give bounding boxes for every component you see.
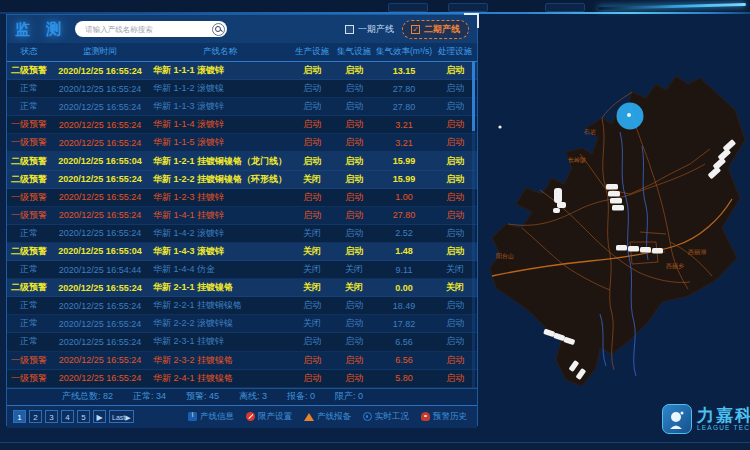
cell-efficiency: 27.80	[375, 210, 433, 220]
restrict-circle-icon	[246, 412, 255, 421]
map-place-label: 阳台山	[496, 253, 514, 260]
table-row[interactable]: 正常 2020/12/25 16:54:44 华新 1-4-4 仿金 关闭 关闭…	[7, 261, 477, 279]
cell-line-name: 华新 2-3-2 挂镀镍铬	[149, 354, 291, 367]
district-map[interactable]: 石岩 长岭陂 阳台山 西丽湖 西丽乡	[480, 14, 750, 426]
page-next-button[interactable]: ▶	[93, 410, 106, 423]
cell-production-facility: 启动	[291, 191, 333, 204]
cell-gas-facility: 启动	[333, 82, 375, 95]
cell-efficiency: 15.99	[375, 174, 433, 184]
logo-icon	[662, 404, 692, 434]
cell-line-name: 华新 2-4-1 挂镀镍铬	[149, 372, 291, 385]
table-row[interactable]: 正常 2020/12/25 16:55:24 华新 2-2-2 滚镀锌镍 关闭 …	[7, 315, 477, 333]
col-line-name: 产线名称	[149, 46, 291, 58]
cell-gas-facility: 启动	[333, 136, 375, 149]
cell-gas-facility: 关闭	[333, 281, 375, 294]
cell-production-facility: 启动	[291, 209, 333, 222]
panel-toolbar: 监 测 一期产线 ✓ 二期产线	[7, 15, 477, 43]
cell-time: 2020/12/25 16:55:04	[51, 156, 149, 166]
cell-status: 一级预警	[7, 136, 51, 149]
page-title: 监 测	[15, 20, 67, 39]
phase1-filter-checkbox[interactable]: 一期产线	[345, 23, 394, 36]
page-last-button[interactable]: Last▶	[109, 410, 134, 423]
table-row[interactable]: 正常 2020/12/25 16:55:24 华新 2-2-1 挂镀铜镍铬 启动…	[7, 297, 477, 315]
page-button-4[interactable]: 4	[61, 410, 74, 423]
phase1-label: 一期产线	[358, 23, 394, 36]
cell-line-name: 华新 1-2-3 挂镀锌	[149, 191, 291, 204]
table-row[interactable]: 一级预警 2020/12/25 16:55:24 华新 1-4-1 挂镀锌 启动…	[7, 207, 477, 225]
phase2-filter-button[interactable]: ✓ 二期产线	[402, 20, 469, 39]
cell-gas-facility: 启动	[333, 209, 375, 222]
cell-status: 一级预警	[7, 118, 51, 131]
cell-efficiency: 13.15	[375, 66, 433, 76]
cell-status: 正常	[7, 227, 51, 240]
brand-name: 力嘉科技	[697, 407, 750, 425]
table-scrollbar[interactable]	[472, 61, 475, 389]
cell-gas-facility: 启动	[333, 335, 375, 348]
cell-efficiency: 9.11	[375, 265, 433, 275]
search-box[interactable]	[75, 21, 227, 37]
cell-processing-facility: 启动	[433, 227, 477, 240]
table-row[interactable]: 正常 2020/12/25 16:55:24 华新 1-4-2 滚镀锌 关闭 启…	[7, 225, 477, 243]
cell-line-name: 华新 1-2-1 挂镀铜镍铬（龙门线）	[149, 155, 291, 168]
legend-info-square[interactable]: 产线信息	[188, 411, 234, 423]
page-button-1[interactable]: 1	[13, 410, 26, 423]
pagination-bar: 12345▶Last▶ 产线信息限产设置产线报备实时工况预警历史	[7, 405, 477, 428]
monitor-panel: 监 测 一期产线 ✓ 二期产线 状态 监测时间 产线名称 生产设施 集气设施	[6, 14, 478, 426]
col-status: 状态	[7, 46, 51, 58]
table-row[interactable]: 二级预警 2020/12/25 16:55:24 华新 1-2-2 挂镀铜镍铬（…	[7, 171, 477, 189]
page-button-3[interactable]: 3	[45, 410, 58, 423]
cell-production-facility: 启动	[291, 335, 333, 348]
cell-time: 2020/12/25 16:55:24	[51, 66, 149, 76]
checkbox-checked-icon: ✓	[411, 25, 420, 34]
col-time: 监测时间	[51, 46, 149, 58]
cell-processing-facility: 启动	[433, 100, 477, 113]
legend-alarm-history[interactable]: 预警历史	[421, 411, 467, 423]
table-row[interactable]: 一级预警 2020/12/25 16:55:24 华新 2-3-2 挂镀镍铬 启…	[7, 352, 477, 370]
cell-production-facility: 关闭	[291, 317, 333, 330]
cell-line-name: 华新 1-4-3 滚镀锌	[149, 245, 291, 258]
table-row[interactable]: 一级预警 2020/12/25 16:55:24 华新 1-2-3 挂镀锌 启动…	[7, 189, 477, 207]
page-button-2[interactable]: 2	[29, 410, 42, 423]
cell-efficiency: 27.80	[375, 84, 433, 94]
cell-status: 正常	[7, 317, 51, 330]
cell-line-name: 华新 2-1-1 挂镀镍铬	[149, 281, 291, 294]
scrollbar-thumb[interactable]	[472, 61, 475, 131]
map-alarm-marker[interactable]	[617, 103, 644, 130]
table-row[interactable]: 二级预警 2020/12/25 16:55:04 华新 1-2-1 挂镀铜镍铬（…	[7, 152, 477, 170]
table-row[interactable]: 二级预警 2020/12/25 16:55:04 华新 1-4-3 滚镀锌 关闭…	[7, 243, 477, 261]
cell-status: 正常	[7, 299, 51, 312]
table-row[interactable]: 正常 2020/12/25 16:55:24 华新 2-3-1 挂镀锌 启动 启…	[7, 333, 477, 351]
district-landmass	[490, 76, 745, 386]
cell-efficiency: 1.00	[375, 192, 433, 202]
table-row[interactable]: 二级预警 2020/12/25 16:55:24 华新 2-1-1 挂镀镍铬 关…	[7, 279, 477, 297]
cell-gas-facility: 启动	[333, 299, 375, 312]
table-row[interactable]: 一级预警 2020/12/25 16:55:24 华新 1-1-4 滚镀锌 启动…	[7, 116, 477, 134]
table-row[interactable]: 正常 2020/12/25 16:55:24 华新 1-1-3 滚镀锌 启动 启…	[7, 98, 477, 116]
legend-report-triangle[interactable]: 产线报备	[304, 411, 351, 423]
table-row[interactable]: 一级预警 2020/12/25 16:55:24 华新 1-1-5 滚镀锌 启动…	[7, 134, 477, 152]
cell-gas-facility: 启动	[333, 245, 375, 258]
cell-line-name: 华新 1-4-2 滚镀锌	[149, 227, 291, 240]
realtime-icon	[363, 412, 372, 421]
page-button-5[interactable]: 5	[77, 410, 90, 423]
report-triangle-icon	[304, 413, 314, 421]
cell-gas-facility: 启动	[333, 354, 375, 367]
table-row[interactable]: 二级预警 2020/12/25 16:55:24 华新 1-1-1 滚镀锌 启动…	[7, 62, 477, 80]
cell-status: 正常	[7, 263, 51, 276]
decor-rect	[388, 3, 428, 12]
legend-restrict-circle[interactable]: 限产设置	[246, 411, 292, 423]
cell-gas-facility: 启动	[333, 118, 375, 131]
cell-processing-facility: 启动	[433, 64, 477, 77]
search-input[interactable]	[83, 24, 212, 35]
cell-line-name: 华新 1-1-4 滚镀锌	[149, 118, 291, 131]
cell-gas-facility: 启动	[333, 100, 375, 113]
info-square-icon	[188, 412, 197, 421]
cell-line-name: 华新 2-2-2 滚镀锌镍	[149, 317, 291, 330]
cell-processing-facility: 启动	[433, 299, 477, 312]
cell-production-facility: 启动	[291, 299, 333, 312]
bottom-bar	[0, 442, 750, 450]
table-row[interactable]: 一级预警 2020/12/25 16:55:24 华新 2-4-1 挂镀镍铬 启…	[7, 370, 477, 388]
legend-realtime[interactable]: 实时工况	[363, 411, 409, 423]
table-row[interactable]: 正常 2020/12/25 16:55:24 华新 1-1-2 滚镀镍 启动 启…	[7, 80, 477, 98]
search-button[interactable]	[212, 23, 225, 36]
